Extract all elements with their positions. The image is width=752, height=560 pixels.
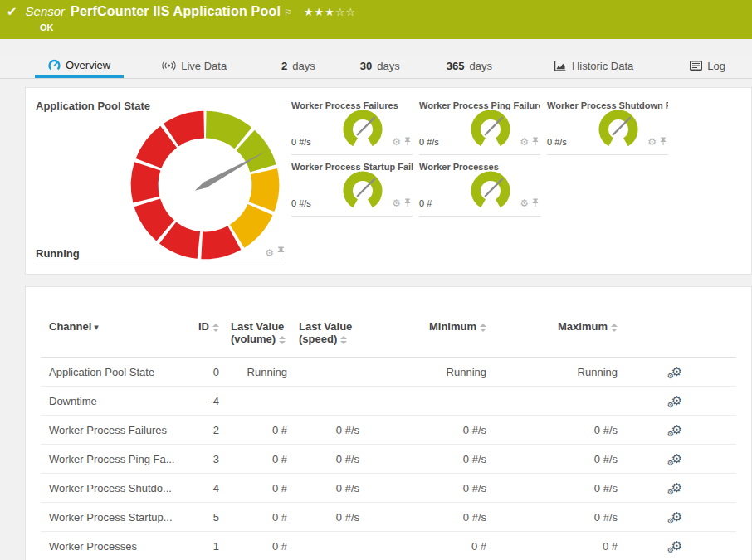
table-row[interactable]: Application Pool State 0 Running Running… <box>41 358 736 387</box>
channel-minimum: 0 #/s <box>359 416 486 445</box>
sensor-status-bar: ✔ Sensor PerfCounter IIS Application Poo… <box>0 0 752 39</box>
channel-maximum <box>486 387 618 416</box>
channel-maximum: 0 # <box>486 532 618 560</box>
table-row[interactable]: Downtime -4 ⚙⚙ <box>41 387 736 416</box>
tab-365-days[interactable]: 365 days <box>445 55 494 78</box>
application-pool-state-gauge <box>127 107 283 263</box>
gauge-pin-icon[interactable] <box>277 246 285 261</box>
channel-maximum: Running <box>486 358 618 387</box>
channel-name[interactable]: Worker Processes <box>41 532 178 560</box>
channel-name[interactable]: Worker Process Startup... <box>41 503 178 532</box>
gauge-pin-icon[interactable] <box>660 134 667 149</box>
gauge-tile-worker-processes[interactable]: Worker Processes 0 # ⚙ <box>419 158 540 217</box>
channel-last-value-speed <box>287 532 359 560</box>
header-channel[interactable]: Channel▾ <box>41 287 178 358</box>
channel-settings-icon[interactable]: ⚙⚙ <box>671 510 682 523</box>
channel-settings-icon[interactable]: ⚙⚙ <box>671 394 682 407</box>
table-row[interactable]: Worker Process Failures 2 0 # 0 #/s 0 #/… <box>41 416 736 445</box>
stars-filled[interactable]: ★★★ <box>304 6 335 18</box>
channel-name[interactable]: Worker Process Ping Fa... <box>41 445 178 474</box>
sort-icon <box>279 336 286 344</box>
channel-last-value-volume: 0 # <box>219 503 287 532</box>
channel-last-value-speed: 0 #/s <box>287 445 359 474</box>
table-row[interactable]: Worker Process Startup... 5 0 # 0 #/s 0 … <box>41 503 736 532</box>
header-settings-column <box>618 287 736 358</box>
channel-settings-icon[interactable]: ⚙⚙ <box>671 423 682 436</box>
tab-log-label: Log <box>707 60 725 72</box>
channel-last-value-volume: 0 # <box>219 445 287 474</box>
tab-historic-data[interactable]: Historic Data <box>552 55 635 78</box>
channel-last-value-volume: 0 # <box>219 532 287 560</box>
channel-id: 2 <box>178 416 219 445</box>
gauge-pin-icon[interactable] <box>532 196 539 211</box>
gear-icon: ⚙ <box>667 373 674 380</box>
chart-icon <box>554 61 567 71</box>
channel-minimum <box>359 387 486 416</box>
gauge-tile-worker-process-failures[interactable]: Worker Process Failures 0 #/s ⚙ <box>291 96 413 155</box>
main-gauge-status: Running <box>36 247 80 260</box>
channel-minimum: 0 #/s <box>359 445 486 474</box>
gauge-gear-icon[interactable]: ⚙ <box>520 137 529 147</box>
channel-table-panel: Channel▾ ID Last Value (volume) Last Val… <box>25 286 752 560</box>
small-gauge-value: 0 #/s <box>291 137 311 147</box>
channel-id: 0 <box>178 358 219 387</box>
gauge-tile-worker-process-ping-failures[interactable]: Worker Process Ping Failures 0 #/s ⚙ <box>419 96 540 155</box>
priority-stars[interactable]: ★★★☆☆ <box>304 6 356 18</box>
gauge-tile-worker-process-startup-failures[interactable]: Worker Process Startup Failu... 0 #/s ⚙ <box>291 158 413 217</box>
tab-overview[interactable]: Overview <box>35 55 124 78</box>
channel-name[interactable]: Worker Process Failures <box>41 416 178 445</box>
stars-empty[interactable]: ☆☆ <box>335 6 356 18</box>
channel-name[interactable]: Worker Process Shutdo... <box>41 474 178 503</box>
tab-30-days[interactable]: 30 days <box>359 55 402 78</box>
small-gauge-title: Worker Process Failures <box>291 96 413 110</box>
gauge-tile-worker-process-shutdown-failures[interactable]: Worker Process Shutdown Fa... 0 #/s ⚙ <box>547 96 668 155</box>
tab-2-days[interactable]: 2 days <box>280 55 317 78</box>
tab-log[interactable]: Log <box>688 55 727 78</box>
tab-live-data[interactable]: Live Data <box>160 55 228 78</box>
header-last-value-speed[interactable]: Last Value (speed) <box>287 287 359 358</box>
gauge-gear-icon[interactable]: ⚙ <box>392 198 401 208</box>
gauge-gear-icon[interactable]: ⚙ <box>520 198 529 208</box>
gauge-gear-icon[interactable]: ⚙ <box>265 248 274 258</box>
priority-flag-icon[interactable]: ⚐ <box>284 7 292 18</box>
channel-last-value-speed <box>287 387 359 416</box>
channel-settings-icon[interactable]: ⚙⚙ <box>671 481 682 494</box>
header-id[interactable]: ID <box>178 287 219 358</box>
tab-365-days-num: 365 <box>447 60 465 72</box>
channel-minimum: 0 #/s <box>359 474 486 503</box>
gauge-gear-icon[interactable]: ⚙ <box>392 137 401 147</box>
channel-name[interactable]: Downtime <box>41 387 178 416</box>
gauge-gear-icon[interactable]: ⚙ <box>647 137 657 147</box>
small-gauge-value: 0 #/s <box>291 198 311 208</box>
header-minimum[interactable]: Minimum <box>359 287 486 358</box>
small-gauge-title: Worker Process Shutdown Fa... <box>547 96 668 110</box>
gauge-pin-icon[interactable] <box>404 196 411 211</box>
small-gauge-arc <box>343 171 383 211</box>
channel-name[interactable]: Application Pool State <box>41 358 178 387</box>
channel-last-value-volume <box>219 387 287 416</box>
gauge-pin-icon[interactable] <box>404 134 411 149</box>
main-gauge-tile[interactable]: Application Pool State Running ⚙ <box>36 96 285 265</box>
main-gauge-footer: Running ⚙ <box>36 246 285 265</box>
channel-settings-icon[interactable]: ⚙⚙ <box>671 539 682 553</box>
gear-icon: ⚙ <box>667 518 674 525</box>
table-row[interactable]: Worker Processes 1 0 # 0 # 0 # ⚙⚙ <box>41 532 736 560</box>
sort-icon <box>480 324 486 332</box>
sort-icon <box>611 324 618 332</box>
channel-table: Channel▾ ID Last Value (volume) Last Val… <box>41 287 736 560</box>
header-maximum[interactable]: Maximum <box>486 287 618 358</box>
table-row[interactable]: Worker Process Shutdo... 4 0 # 0 #/s 0 #… <box>41 474 736 503</box>
table-row[interactable]: Worker Process Ping Fa... 3 0 # 0 #/s 0 … <box>41 445 736 474</box>
sort-desc-icon: ▾ <box>94 322 99 332</box>
header-last-value-volume[interactable]: Last Value (volume) <box>219 287 287 358</box>
channel-last-value-speed: 0 #/s <box>287 416 359 445</box>
channel-settings-icon[interactable]: ⚙⚙ <box>671 365 682 378</box>
sort-icon <box>340 336 347 344</box>
small-gauge-value: 0 #/s <box>419 137 439 147</box>
gauge-icon <box>48 59 61 71</box>
channel-settings-icon[interactable]: ⚙⚙ <box>671 452 682 465</box>
gauge-pin-icon[interactable] <box>532 134 539 149</box>
live-signal-icon <box>162 61 176 71</box>
tab-historic-data-label: Historic Data <box>572 60 633 72</box>
channel-id: -4 <box>178 387 219 416</box>
